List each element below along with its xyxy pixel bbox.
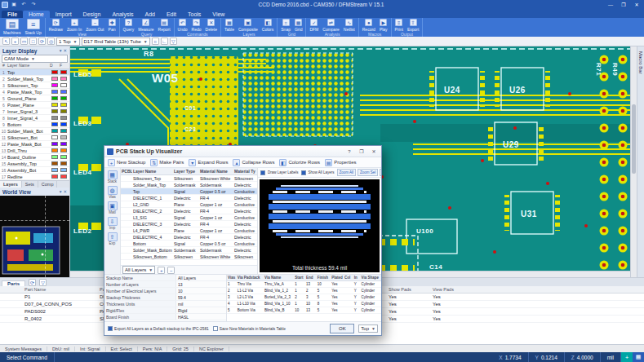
netlist-button[interactable]: ∿Netlist	[343, 19, 356, 32]
tab-comp[interactable]: Comp	[38, 181, 58, 188]
layer-color-draw[interactable]	[51, 135, 58, 139]
query-button[interactable]: ?Query	[122, 19, 135, 32]
via-row[interactable]: 2L1-L2 ViaBlind_Via_1_2125YesYCylinder	[227, 288, 381, 294]
layer-color-draw[interactable]	[51, 161, 58, 166]
layer-row[interactable]: 5Ground_Plane	[0, 95, 69, 102]
dfm-button[interactable]: ✓DFM	[309, 19, 319, 32]
properties-button[interactable]: ▤Properties	[325, 159, 356, 166]
world-view-canvas[interactable]	[0, 196, 69, 277]
dialog-title-bar[interactable]: PCB Stack Up Visualizer ? ❐ ✕	[104, 146, 381, 157]
layer-row[interactable]: 7Inner_Signal_3	[0, 108, 69, 115]
via-row[interactable]: 1Thru ViaThru_Via_A11310YesYCylinder	[227, 281, 381, 288]
export-button[interactable]: ⇧Exp	[108, 232, 118, 245]
add-layer-icon[interactable]: +	[158, 267, 165, 274]
ortho-icon[interactable]: ∟	[161, 38, 168, 45]
layer-color-draw[interactable]	[51, 168, 58, 172]
side-combo[interactable]: Top▼	[358, 324, 378, 333]
stackup-row[interactable]: L2_GNDPlaneCopper 1 ozConductive	[121, 201, 257, 208]
stackup-row[interactable]: L3_SIGSignalCopper 1 ozConductive	[121, 214, 257, 221]
import-button[interactable]: ⇩Imp	[108, 217, 118, 230]
layer-color-draw[interactable]	[51, 83, 58, 87]
cursor-icon[interactable]: ↖	[2, 38, 10, 45]
report-button[interactable]: ▤Report	[158, 19, 171, 32]
redo-button[interactable]: ↷Redo	[191, 19, 202, 32]
stackup-row[interactable]: DIELECTRIC_1DielectricFR-4Dielectric	[121, 195, 257, 201]
layer-row[interactable]: 12Paste_Mask_Bot	[0, 141, 69, 148]
undo-button[interactable]: ↶Undo	[177, 19, 189, 32]
layer-color-flash[interactable]	[60, 96, 67, 100]
active-layer-combo[interactable]: 1 Top▼	[56, 38, 80, 46]
zoom-all-icon[interactable]: □	[29, 38, 37, 45]
layer-color-flash[interactable]	[60, 109, 67, 113]
export-ipc-checkbox[interactable]	[108, 326, 113, 331]
stackup-button[interactable]: ≡Stack Up	[24, 19, 42, 35]
layer-color-draw[interactable]	[51, 155, 58, 159]
close-icon[interactable]: ✕	[63, 48, 67, 53]
record-button[interactable]: ●Record	[362, 19, 376, 32]
compare-button[interactable]: ⇄Compare	[322, 19, 340, 32]
colorize-rows-button[interactable]: ◧Colorize Rows	[279, 159, 320, 166]
layer-row[interactable]: 3Silkscreen_Top	[0, 82, 69, 89]
delete-button[interactable]: ✕Delete	[205, 19, 218, 32]
layer-color-flash[interactable]	[60, 122, 67, 126]
layer-color-flash[interactable]	[60, 116, 67, 120]
pin-icon[interactable]: ▾	[60, 48, 62, 53]
layer-color-draw[interactable]	[51, 103, 58, 107]
layer-color-flash[interactable]	[60, 174, 67, 179]
layer-row[interactable]: 6Power_Plane	[0, 102, 69, 108]
close-button[interactable]: ✕	[631, 2, 642, 7]
layer-color-flash[interactable]	[60, 129, 67, 133]
layer-color-flash[interactable]	[60, 148, 67, 152]
materials-button[interactable]: ▣Matl	[108, 201, 118, 214]
layer-color-draw[interactable]	[51, 116, 58, 120]
stackup-row[interactable]: DIELECTRIC_4DielectricFR-4Dielectric	[121, 234, 257, 241]
print-button[interactable]: ≡Print	[394, 19, 404, 32]
dialog-help-button[interactable]: ?	[344, 149, 354, 154]
layer-color-flash[interactable]	[60, 161, 67, 166]
layer-row[interactable]: 17Redline	[0, 174, 69, 180]
stackup-row[interactable]: Solder_Mask_BottomSoldermaskSoldermaskDi…	[121, 247, 257, 254]
stackup-row[interactable]: BottomSignalCopper 0.5 ozConductive	[121, 241, 257, 247]
ribbon-tab-analysis[interactable]: Analysis	[106, 11, 139, 18]
layer-color-flash[interactable]	[60, 168, 67, 172]
snap-toggle[interactable]: +	[621, 352, 633, 362]
layer-row[interactable]: 8Inner_Signal_4	[0, 115, 69, 121]
export-button[interactable]: ⇧Export	[406, 19, 420, 32]
via-row[interactable]: 3L2-L3 ViaBuried_Via_2_3235YesYCylinder	[227, 294, 381, 301]
filter-icon[interactable]: ▽	[39, 279, 47, 286]
zoom-in-button[interactable]: +Zoom In	[66, 19, 82, 32]
remove-layer-icon[interactable]: −	[167, 267, 175, 274]
via-table-button[interactable]: ◍Vias	[108, 186, 118, 199]
viz-button-viewer-4-[interactable]: Viewer (4)	[380, 169, 381, 176]
dialog-maximize-button[interactable]: ❐	[357, 148, 366, 154]
highlight-icon[interactable]: ◎	[47, 38, 55, 45]
layer-row[interactable]: 1Top	[0, 69, 69, 76]
scrollbar-thumb[interactable]	[632, 104, 636, 174]
layer-row[interactable]: 14Board_Outline	[0, 154, 69, 161]
ribbon-tab-design[interactable]: Design	[78, 11, 107, 18]
ribbon-tab-import[interactable]: Import	[50, 11, 78, 18]
ribbon-tab-tools[interactable]: Tools	[182, 11, 207, 18]
layer-color-draw[interactable]	[51, 109, 58, 113]
zoom-out-button[interactable]: −Zoom Out	[85, 19, 104, 32]
layer-color-draw[interactable]	[51, 77, 58, 81]
stackup-row[interactable]: Silkscreen_TopSilkscreenSilkscreen White…	[121, 175, 257, 182]
layer-color-draw[interactable]	[51, 174, 58, 179]
layer-row[interactable]: 15Assembly_Top	[0, 161, 69, 167]
via-row[interactable]: 5Bottom ViaBlind_Via_B10135YesYCylinder	[227, 307, 381, 314]
dcode-combo[interactable]: D17 Rnd Table (13h) Tube▼	[82, 38, 150, 46]
new-stackup-button[interactable]: +New Stackup	[108, 159, 145, 166]
layer-row[interactable]: 10Solder_Mask_Bot	[0, 128, 69, 135]
ribbon-tab-home[interactable]: Home	[23, 11, 50, 18]
show-all-checkbox[interactable]	[301, 170, 306, 175]
grid-toggle[interactable]: ▦	[633, 352, 644, 362]
stackup-row[interactable]: Silkscreen_BottomSilkscreenSilkscreen Wh…	[121, 254, 257, 260]
ribbon-tab-file[interactable]: File	[2, 11, 23, 18]
layer-color-flash[interactable]	[60, 83, 67, 87]
machines-button[interactable]: ▤Machines	[2, 19, 21, 35]
tab-sets[interactable]: Sets	[22, 181, 38, 188]
stackup-select-combo[interactable]: All Layers▼	[122, 266, 155, 274]
stackup-row[interactable]: DIELECTRIC_2DielectricFR-4Dielectric	[121, 208, 257, 214]
vertical-scrollbar[interactable]	[630, 46, 637, 277]
ribbon-tab-view[interactable]: View	[207, 11, 230, 18]
